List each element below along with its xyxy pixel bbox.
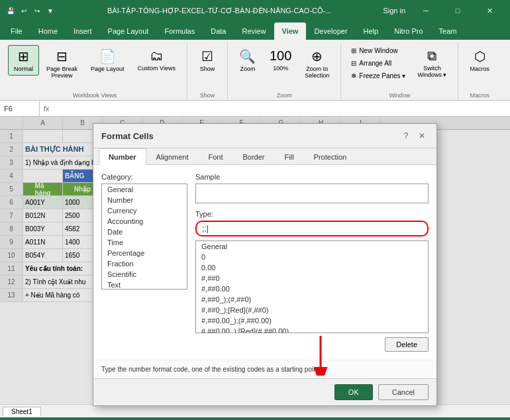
type-item-general[interactable]: General	[196, 241, 428, 252]
dialog-controls: ? ✕	[399, 129, 429, 142]
tab-view[interactable]: View	[274, 23, 307, 40]
page-break-label: Page BreakPreview	[46, 66, 77, 79]
normal-view-icon: ⊞	[18, 48, 29, 64]
category-date[interactable]: Date	[102, 227, 187, 237]
category-number[interactable]: Number	[102, 195, 187, 205]
freeze-panes-icon: ❄	[351, 72, 356, 79]
zoom-button[interactable]: 🔍 Zoom	[233, 45, 262, 76]
window-title: BÀI-TẬP-TỔNG-HỢP-EXCEL-TỪ-CƠ-BẢN-ĐẾN-NÂN…	[56, 7, 383, 15]
custom-views-button[interactable]: 🗂 Custom Views	[132, 45, 181, 75]
page-layout-label: Page Layout	[91, 66, 125, 72]
show-button[interactable]: ☑ Show	[193, 45, 222, 76]
zoom-selection-icon: ⊕	[311, 48, 323, 64]
signin-label[interactable]: Sign in	[383, 7, 405, 15]
page-layout-button[interactable]: 📄 Page Layout	[85, 45, 130, 76]
minimize-button[interactable]: ─	[411, 0, 441, 21]
freeze-panes-button[interactable]: ❄ Freeze Panes ▾	[346, 70, 410, 81]
category-text[interactable]: Text	[102, 280, 187, 289]
dialog-help-button[interactable]: ?	[399, 129, 413, 142]
tab-file[interactable]: File	[3, 23, 30, 40]
macros-label: Macros	[470, 66, 489, 72]
switch-windows-label: SwitchWindows ▾	[417, 65, 446, 78]
redo-icon[interactable]: ↪	[32, 5, 42, 16]
delete-button[interactable]: Delete	[385, 337, 429, 352]
tab-nitro-pro[interactable]: Nitro Pro	[386, 23, 431, 40]
cell-reference[interactable]: F6	[0, 101, 40, 116]
tab-team[interactable]: Team	[431, 23, 465, 40]
cancel-button[interactable]: Cancel	[378, 384, 429, 400]
switch-windows-icon: ⧉	[427, 48, 436, 64]
save-icon[interactable]: 💾	[5, 5, 16, 16]
close-button[interactable]: ✕	[474, 0, 505, 21]
macros-button[interactable]: ⬡ Macros	[464, 45, 495, 76]
dialog-tab-font[interactable]: Font	[198, 148, 232, 165]
category-time[interactable]: Time	[102, 237, 187, 248]
dialog-tab-protection[interactable]: Protection	[304, 148, 357, 165]
tab-page-layout[interactable]: Page Layout	[100, 23, 157, 40]
customize-icon[interactable]: ▼	[45, 5, 56, 16]
type-item-hash0-paren[interactable]: #,##0_);(#,##0)	[196, 294, 428, 305]
category-fraction[interactable]: Fraction	[102, 258, 187, 269]
zoom-100-button[interactable]: 100 100%	[264, 45, 297, 75]
page-break-button[interactable]: ⊟ Page BreakPreview	[40, 45, 83, 82]
normal-view-button[interactable]: ⊞ Normal	[8, 45, 39, 76]
title-bar-app-icons: 💾 ↩ ↪ ▼	[5, 5, 56, 16]
tab-formulas[interactable]: Formulas	[156, 23, 203, 40]
undo-icon[interactable]: ↩	[19, 5, 29, 16]
category-section: Category: General Number Currency Accoun…	[101, 173, 187, 352]
category-accounting[interactable]: Accounting	[102, 216, 187, 227]
macros-group: ⬡ Macros Macros	[458, 42, 501, 100]
type-item-0.00[interactable]: 0.00	[196, 262, 428, 273]
page-break-icon: ⊟	[56, 48, 68, 64]
category-currency[interactable]: Currency	[102, 205, 187, 216]
tab-developer[interactable]: Developer	[306, 23, 355, 40]
workbook-views-content: ⊞ Normal ⊟ Page BreakPreview 📄 Page Layo…	[8, 42, 181, 91]
sheet-tab-1[interactable]: Sheet1	[3, 407, 41, 416]
switch-windows-button[interactable]: ⧉ SwitchWindows ▾	[411, 45, 452, 81]
new-window-label: New Window	[359, 47, 397, 54]
type-item-0[interactable]: 0	[196, 252, 428, 262]
window-small-btns: ⊞ New Window ⊟ Arrange All ❄ Freeze Pane…	[346, 45, 410, 81]
maximize-button[interactable]: □	[442, 0, 473, 21]
type-item-hash0[interactable]: #,##0	[196, 273, 428, 284]
dialog-title: Format Cells	[101, 131, 154, 141]
new-window-button[interactable]: ⊞ New Window	[346, 45, 410, 56]
ok-button[interactable]: OK	[334, 384, 373, 400]
type-input-box[interactable]: ;;|	[195, 221, 429, 236]
dialog-tab-fill[interactable]: Fill	[275, 148, 304, 165]
freeze-panes-label: Freeze Panes ▾	[359, 72, 405, 79]
footer-text-content: Type the number format code, one of the …	[101, 366, 321, 373]
workbook-views-label: Workbook Views	[73, 91, 117, 100]
dialog-tab-border[interactable]: Border	[233, 148, 275, 165]
type-format-list[interactable]: General 0 0.00 #,##0 #,##0.00 #,##0_);(#…	[195, 240, 429, 333]
arrange-all-button[interactable]: ⊟ Arrange All	[346, 58, 410, 69]
show-icon: ☑	[201, 48, 213, 64]
type-item-hash0-red[interactable]: #,##0_);[Red](#,##0)	[196, 305, 428, 315]
zoom-selection-button[interactable]: ⊕ Zoom toSelection	[299, 45, 335, 82]
arrange-all-icon: ⊟	[351, 60, 356, 67]
formula-divider: fx	[40, 105, 53, 113]
macros-group-label: Macros	[470, 91, 489, 100]
category-scientific[interactable]: Scientific	[102, 269, 187, 280]
tab-home[interactable]: Home	[30, 23, 66, 40]
sheet-tab-bar: Sheet1	[0, 404, 510, 417]
tab-help[interactable]: Help	[356, 23, 387, 40]
sample-label: Sample	[195, 173, 429, 181]
tab-review[interactable]: Review	[234, 23, 274, 40]
type-input-value: ;;|	[202, 224, 209, 233]
show-group: ☑ Show Show	[187, 42, 228, 100]
dialog-tab-alignment[interactable]: Alignment	[146, 148, 199, 165]
category-label: Category:	[101, 173, 187, 181]
tab-insert[interactable]: Insert	[66, 23, 100, 40]
type-item-hash0.00-paren[interactable]: #,##0.00_);(#,##0.00)	[196, 315, 428, 326]
dialog-tab-number[interactable]: Number	[99, 148, 146, 165]
category-list[interactable]: General Number Currency Accounting Date …	[101, 184, 187, 289]
category-general[interactable]: General	[102, 184, 187, 195]
dialog-body: Category: General Number Currency Accoun…	[93, 165, 436, 360]
window-group: ⊞ New Window ⊟ Arrange All ❄ Freeze Pane…	[341, 42, 458, 100]
type-item-hash0.00[interactable]: #,##0.00	[196, 284, 428, 294]
formula-bar: F6 fx	[0, 101, 510, 117]
tab-data[interactable]: Data	[203, 23, 234, 40]
category-percentage[interactable]: Percentage	[102, 248, 187, 258]
dialog-close-button[interactable]: ✕	[415, 129, 429, 142]
